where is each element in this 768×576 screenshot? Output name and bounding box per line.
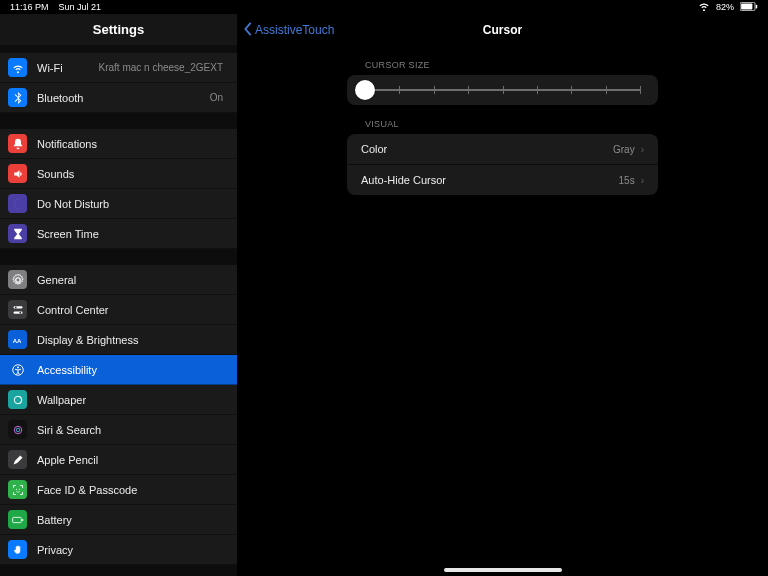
gear-icon [8,270,27,289]
sidebar-item-siri[interactable]: Siri & Search [0,415,237,445]
moon-icon [8,194,27,213]
faceid-icon [8,480,27,499]
detail-pane: AssistiveTouch Cursor CURSOR SIZE VISUAL… [237,14,768,576]
svg-rect-1 [741,3,752,9]
sidebar-item-wifi[interactable]: Wi-Fi Kraft mac n cheese_2GEXT [0,53,237,83]
battery-percent: 82% [716,2,734,12]
cell-autohide[interactable]: Auto-Hide Cursor 15s › [347,164,658,195]
wallpaper-icon [8,390,27,409]
svg-rect-16 [12,517,21,522]
svg-point-7 [19,311,21,313]
status-date: Sun Jul 21 [59,2,102,12]
chevron-left-icon [243,22,253,39]
cell-color[interactable]: Color Gray › [347,134,658,164]
section-visual: VISUAL [365,119,768,129]
sidebar-item-controlcenter[interactable]: Control Center [0,295,237,325]
status-time: 11:16 PM [10,2,49,12]
sidebar-item-screentime[interactable]: Screen Time [0,219,237,249]
settings-sidebar[interactable]: Settings Wi-Fi Kraft mac n cheese_2GEXT … [0,14,237,576]
slider-thumb[interactable] [355,80,375,100]
back-button[interactable]: AssistiveTouch [237,22,334,39]
svg-rect-2 [756,4,758,8]
svg-point-13 [16,428,20,432]
svg-point-14 [15,488,16,489]
sounds-icon [8,164,27,183]
wifi-icon [698,1,710,13]
svg-point-12 [14,426,22,434]
battery-icon [740,2,758,13]
sidebar-item-display[interactable]: AA Display & Brightness [0,325,237,355]
sidebar-item-notifications[interactable]: Notifications [0,129,237,159]
sidebar-item-battery[interactable]: Battery [0,505,237,535]
svg-point-6 [14,306,16,308]
pencil-icon [8,450,27,469]
svg-rect-17 [22,519,23,521]
siri-icon [8,420,27,439]
display-icon: AA [8,330,27,349]
svg-point-15 [18,488,19,489]
toggles-icon [8,300,27,319]
sidebar-item-faceid[interactable]: Face ID & Passcode [0,475,237,505]
hourglass-icon [8,224,27,243]
chevron-right-icon: › [641,175,644,186]
sidebar-item-bluetooth[interactable]: Bluetooth On [0,83,237,113]
bluetooth-icon [8,88,27,107]
svg-point-10 [17,366,19,368]
sidebar-item-sounds[interactable]: Sounds [0,159,237,189]
accessibility-icon [8,360,27,379]
notifications-icon [8,134,27,153]
cursor-size-slider[interactable] [347,75,658,105]
hand-icon [8,540,27,559]
svg-point-3 [15,277,20,282]
battery-icon [8,510,27,529]
sidebar-item-general[interactable]: General [0,265,237,295]
chevron-right-icon: › [641,144,644,155]
svg-text:AA: AA [12,337,21,343]
home-indicator[interactable] [444,568,562,572]
sidebar-item-wallpaper[interactable]: Wallpaper [0,385,237,415]
section-cursor-size: CURSOR SIZE [365,60,768,70]
sidebar-item-dnd[interactable]: Do Not Disturb [0,189,237,219]
sidebar-title: Settings [0,14,237,45]
sidebar-item-accessibility[interactable]: Accessibility [0,355,237,385]
sidebar-item-pencil[interactable]: Apple Pencil [0,445,237,475]
sidebar-item-privacy[interactable]: Privacy [0,535,237,565]
wifi-icon [8,58,27,77]
